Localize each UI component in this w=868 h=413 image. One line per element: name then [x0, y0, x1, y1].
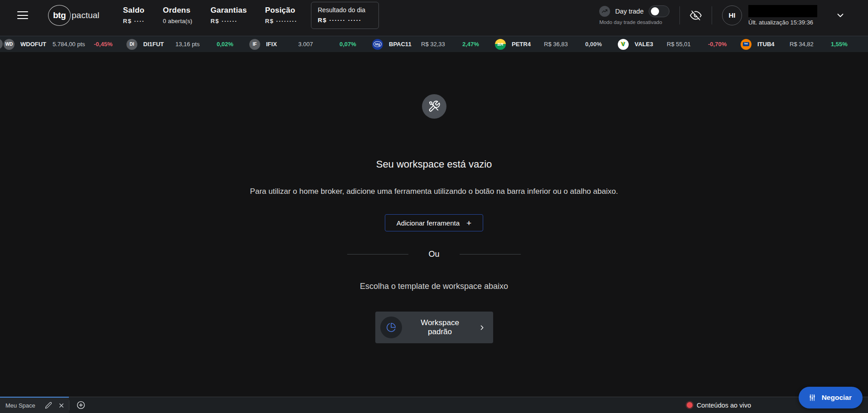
- add-tool-label: Adicionar ferramenta: [397, 219, 460, 227]
- ticker-bar: WD WDOFUT 5.784,00 pts -0,45% DI DI1FUT …: [0, 36, 868, 52]
- garantias-label: Garantias: [210, 6, 247, 15]
- ticker-value: 3.007: [298, 41, 334, 48]
- ticker-value: 13,16 pts: [175, 41, 211, 48]
- workspace-area: Seu workspace está vazio Para utilizar o…: [0, 52, 868, 397]
- logo-circle: btg: [48, 5, 71, 26]
- ticker-ifix[interactable]: IF IFIX 3.007 0,07%: [249, 39, 372, 50]
- ticker-change: 0,07%: [339, 41, 356, 48]
- bottom-bar-divider: [69, 400, 69, 410]
- logo-text: pactual: [72, 10, 99, 20]
- ticker-value: 5.784,00 pts: [53, 41, 88, 48]
- or-divider: Ou: [347, 250, 520, 259]
- ticker-di1fut[interactable]: DI DI1FUT 13,16 pts 0,02%: [126, 39, 249, 50]
- saldo-value: R$ ····: [123, 18, 145, 24]
- workspace-tab-meu-space[interactable]: Meu Space: [0, 397, 69, 413]
- default-workspace-label: Workspace padrão: [413, 318, 467, 336]
- trade-button[interactable]: Negociar: [799, 387, 863, 408]
- chevron-right-icon: [478, 324, 486, 331]
- live-content-label: Conteúdos ao vivo: [697, 402, 751, 409]
- itub4-logo-icon: Itaú: [741, 39, 752, 50]
- ticker-wdofut[interactable]: WD WDOFUT 5.784,00 pts -0,45%: [4, 39, 126, 50]
- add-tool-button[interactable]: Adicionar ferramenta +: [385, 214, 483, 231]
- last-update-text: Últ. atualização 15:39:36: [748, 19, 817, 26]
- day-result-label: Resultado do dia: [318, 6, 372, 14]
- btg-pactual-logo: btg pactual: [48, 5, 99, 26]
- template-prompt: Escolha o template de workspace abaixo: [360, 282, 508, 291]
- add-space-icon[interactable]: [76, 400, 86, 410]
- candles-icon: [808, 393, 817, 402]
- live-content-indicator[interactable]: Conteúdos ao vivo: [687, 402, 751, 409]
- empty-state-description: Para utilizar o home broker, adicione um…: [250, 187, 618, 196]
- day-trade-status: Modo day trade desativado: [599, 19, 669, 25]
- ticker-change: 1,55%: [831, 41, 848, 48]
- ticker-value: R$ 36,83: [544, 41, 579, 48]
- hamburger-menu-icon[interactable]: [17, 11, 28, 19]
- saldo-label: Saldo: [123, 6, 145, 15]
- empty-state-title: Seu workspace está vazio: [376, 158, 492, 170]
- ticker-symbol: DI1FUT: [143, 41, 170, 48]
- nav-posicao[interactable]: Posição R$ ········: [265, 6, 297, 24]
- nav-ordens[interactable]: Ordens 0 aberta(s): [163, 6, 192, 24]
- day-trade-block: Day trade Modo day trade desativado: [599, 5, 669, 25]
- user-avatar[interactable]: HI: [722, 5, 742, 25]
- top-header: btg pactual Saldo R$ ···· Ordens 0 abert…: [0, 0, 868, 36]
- ticker-value: R$ 32,33: [421, 41, 456, 48]
- pencil-icon[interactable]: [45, 402, 52, 409]
- ticker-change: 0,02%: [217, 41, 233, 48]
- ticker-petr4[interactable]: BR PETR4 R$ 36,83 0,00%: [495, 39, 618, 50]
- ticker-bpac11[interactable]: btg BPAC11 R$ 32,33 2,47%: [372, 39, 495, 50]
- ticker-itub4[interactable]: Itaú ITUB4 R$ 34,82 1,55%: [741, 39, 863, 50]
- day-trade-label: Day trade: [615, 8, 644, 15]
- default-workspace-button[interactable]: Workspace padrão: [375, 312, 493, 343]
- divider-line: [460, 254, 521, 255]
- ticker-vale3[interactable]: V VALE3 R$ 55,01 -0,70%: [618, 39, 741, 50]
- trade-button-label: Negociar: [822, 394, 852, 402]
- bpac11-logo-icon: btg: [372, 39, 383, 50]
- divider-line: [347, 254, 408, 255]
- ticker-change: -0,45%: [94, 41, 112, 48]
- ticker-change: 2,47%: [462, 41, 479, 48]
- eye-off-icon[interactable]: [690, 10, 702, 21]
- ticker-change: -0,70%: [708, 41, 727, 48]
- or-label: Ou: [428, 250, 439, 259]
- ticker-value: R$ 55,01: [667, 41, 702, 48]
- close-icon[interactable]: [58, 402, 65, 409]
- workspace-tab-label: Meu Space: [5, 402, 39, 409]
- app-root: btg pactual Saldo R$ ···· Ordens 0 abert…: [0, 0, 868, 413]
- vale3-logo-icon: V: [618, 39, 629, 50]
- ordens-label: Ordens: [163, 6, 192, 15]
- petr4-logo-icon: BR: [495, 39, 506, 50]
- ticker-value: R$ 34,82: [790, 41, 825, 48]
- ordens-value: 0 aberta(s): [163, 18, 192, 24]
- header-divider: [679, 6, 680, 24]
- header-divider: [712, 6, 712, 24]
- garantias-value: R$ ······: [210, 18, 247, 24]
- nav-saldo[interactable]: Saldo R$ ····: [123, 6, 145, 24]
- ticker-partial-icon: [0, 38, 3, 49]
- plus-icon: +: [466, 219, 471, 227]
- posicao-label: Posição: [265, 6, 297, 15]
- user-account-block[interactable]: HI Últ. atualização 15:39:36: [722, 5, 817, 26]
- ticker-symbol: PETR4: [512, 41, 538, 48]
- balance-nav: Saldo R$ ···· Ordens 0 aberta(s) Garanti…: [123, 6, 297, 24]
- ticker-symbol: WDOFUT: [20, 41, 47, 48]
- ticker-symbol: VALE3: [635, 41, 661, 48]
- day-result-box: Resultado do dia R$ ······ ·····: [311, 2, 379, 29]
- di1fut-logo-icon: DI: [126, 39, 137, 50]
- ticker-change: 0,00%: [585, 41, 602, 48]
- toggle-knob: [651, 7, 659, 15]
- trend-up-icon: [599, 6, 610, 17]
- header-right: Day trade Modo day trade desativado HI Ú…: [599, 5, 845, 26]
- bottom-bar: Meu Space Conteúdos ao vivo: [0, 397, 868, 413]
- ticker-symbol: BPAC11: [389, 41, 415, 48]
- nav-garantias[interactable]: Garantias R$ ······: [210, 6, 247, 24]
- ticker-symbol: IFIX: [266, 41, 292, 48]
- posicao-value: R$ ········: [265, 18, 297, 24]
- ticker-symbol: ITUB4: [757, 41, 784, 48]
- ifix-logo-icon: IF: [249, 39, 260, 50]
- redacted-username: [748, 5, 817, 17]
- day-trade-toggle[interactable]: [649, 5, 669, 17]
- tools-icon: [422, 94, 446, 119]
- chevron-down-icon[interactable]: [835, 10, 845, 20]
- day-result-value: R$ ······ ·····: [318, 17, 372, 24]
